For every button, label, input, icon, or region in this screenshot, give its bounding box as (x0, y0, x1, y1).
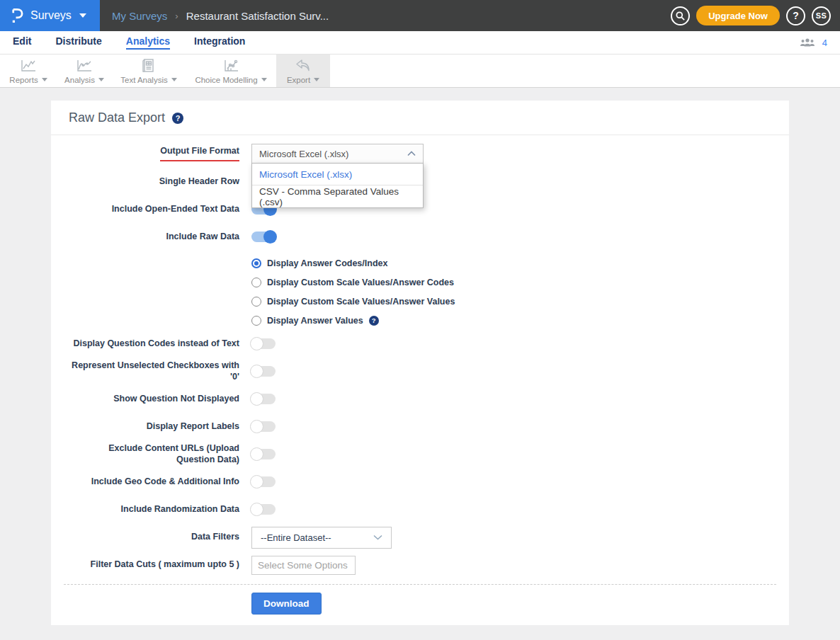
download-button[interactable]: Download (251, 593, 322, 615)
toolbar-item-label: Choice Modelling (195, 76, 257, 84)
dropdown-option-csv[interactable]: CSV - Comma Separated Values (.csv) (252, 185, 423, 207)
breadcrumb-separator: › (175, 11, 178, 21)
filter-data-cuts-label: Filter Data Cuts ( maximum upto 5 ) (69, 559, 239, 571)
line-chart-icon (19, 58, 38, 74)
output-file-format-label: Output File Format (160, 146, 239, 162)
toggle-knob (250, 392, 263, 406)
row-display-question-codes: Display Question Codes instead of Text (69, 330, 789, 358)
row-include-raw-data: Include Raw Data (69, 223, 789, 251)
display-report-labels-toggle[interactable] (251, 421, 276, 432)
scatter-chart-icon (222, 58, 240, 74)
toolbar-item-analysis[interactable]: Analysis (57, 55, 112, 87)
display-report-labels-label: Display Report Labels (69, 421, 239, 433)
radio-row-answer-codes-index[interactable]: Display Answer Codes/Index (251, 253, 789, 273)
toggle-knob (250, 447, 263, 461)
panel-header: Raw Data Export ? (51, 101, 789, 135)
include-raw-data-toggle[interactable] (251, 232, 276, 242)
tab-edit[interactable]: Edit (13, 35, 31, 50)
include-geo-code-toggle[interactable] (251, 476, 276, 487)
include-geo-code-label: Include Geo Code & Additional Info (69, 476, 239, 488)
toggle-knob (250, 420, 263, 433)
radio-unselected-icon[interactable] (251, 316, 261, 326)
chevron-down-icon (98, 78, 104, 81)
raw-data-display-options: Display Answer Codes/Index Display Custo… (251, 253, 789, 330)
row-include-open-ended-text-data: Include Open-Ended Text Data (69, 195, 789, 223)
radio-row-custom-scale-answer-values[interactable]: Display Custom Scale Values/Answer Value… (251, 292, 789, 311)
radio-unselected-icon[interactable] (251, 278, 261, 287)
chevron-down-icon (79, 13, 86, 18)
exclude-content-urls-label: Exclude Content URLs (Upload Question Da… (69, 443, 239, 465)
breadcrumb: My Surveys › Restaurant Satisfaction Sur… (100, 0, 671, 31)
radio-label: Display Answer Values (267, 316, 363, 326)
dropdown-option-xlsx[interactable]: Microsoft Excel (.xlsx) (252, 164, 423, 185)
toolbar-item-export[interactable]: Export (276, 55, 330, 87)
tab-integration[interactable]: Integration (194, 35, 245, 50)
radio-label: Display Answer Codes/Index (267, 258, 387, 268)
raw-data-export-panel: Raw Data Export ? Output File Format Mic… (51, 101, 789, 625)
search-icon (675, 11, 686, 21)
top-bar: Surveys My Surveys › Restaurant Satisfac… (0, 0, 840, 31)
exclude-content-urls-toggle[interactable] (251, 449, 276, 459)
row-output-file-format: Output File Format Microsoft Excel (.xls… (69, 139, 789, 168)
toggle-knob (250, 337, 263, 350)
row-exclude-content-urls: Exclude Content URLs (Upload Question Da… (69, 440, 789, 468)
collaborators-count: 4 (822, 38, 827, 48)
toolbar-item-text-analysis[interactable]: Text Analysis (112, 55, 186, 87)
include-randomization-data-toggle[interactable] (251, 504, 276, 515)
product-switcher[interactable]: Surveys (0, 0, 100, 31)
upgrade-now-button[interactable]: Upgrade Now (696, 6, 780, 25)
row-include-geo-code: Include Geo Code & Additional Info (69, 468, 789, 496)
download-row: Download (51, 585, 789, 625)
row-display-report-labels: Display Report Labels (69, 413, 789, 440)
page-title: Raw Data Export (69, 110, 165, 125)
nav-tabs: Edit Distribute Analytics Integration (13, 35, 245, 50)
export-form: Output File Format Microsoft Excel (.xls… (51, 135, 789, 578)
row-single-header-row: Single Header Row (69, 168, 789, 195)
output-file-format-select[interactable]: Microsoft Excel (.xlsx) (251, 144, 424, 164)
toggle-knob (250, 475, 263, 488)
radio-selected-icon[interactable] (251, 258, 261, 268)
toolbar-item-reports[interactable]: Reports (0, 55, 57, 87)
data-filters-value: --Entire Dataset-- (261, 532, 331, 543)
chevron-down-icon (42, 78, 47, 81)
radio-unselected-icon[interactable] (251, 297, 261, 307)
tab-analytics[interactable]: Analytics (126, 35, 170, 50)
filter-data-cuts-input[interactable] (251, 556, 356, 575)
toggle-knob (250, 503, 263, 516)
display-question-codes-label: Display Question Codes instead of Text (69, 338, 239, 350)
help-icon[interactable]: ? (369, 316, 379, 326)
row-show-question-not-displayed: Show Question Not Displayed (69, 385, 789, 413)
avatar[interactable]: SS (812, 6, 831, 25)
tab-distribute[interactable]: Distribute (55, 35, 101, 50)
page: Surveys My Surveys › Restaurant Satisfac… (0, 0, 840, 640)
row-data-filters: Data Filters --Entire Dataset-- (69, 523, 789, 552)
chevron-down-icon (314, 78, 319, 81)
help-icon[interactable]: ? (172, 113, 183, 124)
chevron-down-icon (261, 78, 267, 81)
represent-unselected-checkboxes-toggle[interactable] (251, 366, 276, 377)
data-filters-label: Data Filters (69, 532, 239, 543)
collaborators[interactable]: 4 (800, 38, 827, 48)
row-filter-data-cuts: Filter Data Cuts ( maximum upto 5 ) (69, 552, 789, 578)
chevron-down-icon (171, 78, 177, 81)
help-button[interactable]: ? (786, 6, 805, 25)
toggle-knob (263, 230, 277, 244)
single-header-row-label: Single Header Row (69, 176, 239, 188)
radio-row-custom-scale-answer-codes[interactable]: Display Custom Scale Values/Answer Codes (251, 273, 789, 292)
include-randomization-data-label: Include Randomization Data (69, 504, 239, 515)
search-button[interactable] (671, 6, 690, 25)
include-raw-data-label: Include Raw Data (69, 232, 239, 243)
row-represent-unselected-checkboxes: Represent Unselected Checkboxes with '0' (69, 358, 789, 385)
radio-row-answer-values[interactable]: Display Answer Values ? (251, 311, 789, 330)
trend-chart-icon (75, 58, 93, 74)
questionpro-logo-icon (9, 6, 24, 25)
show-question-not-displayed-toggle[interactable] (251, 394, 276, 404)
display-question-codes-toggle[interactable] (251, 338, 276, 349)
show-question-not-displayed-label: Show Question Not Displayed (69, 394, 239, 405)
breadcrumb-my-surveys[interactable]: My Surveys (112, 10, 167, 22)
topbar-actions: Upgrade Now ? SS (671, 0, 840, 31)
chevron-down-icon (373, 535, 382, 540)
product-label: Surveys (30, 9, 72, 22)
toolbar-item-choice-modelling[interactable]: Choice Modelling (186, 55, 276, 87)
data-filters-select[interactable]: --Entire Dataset-- (251, 527, 392, 549)
